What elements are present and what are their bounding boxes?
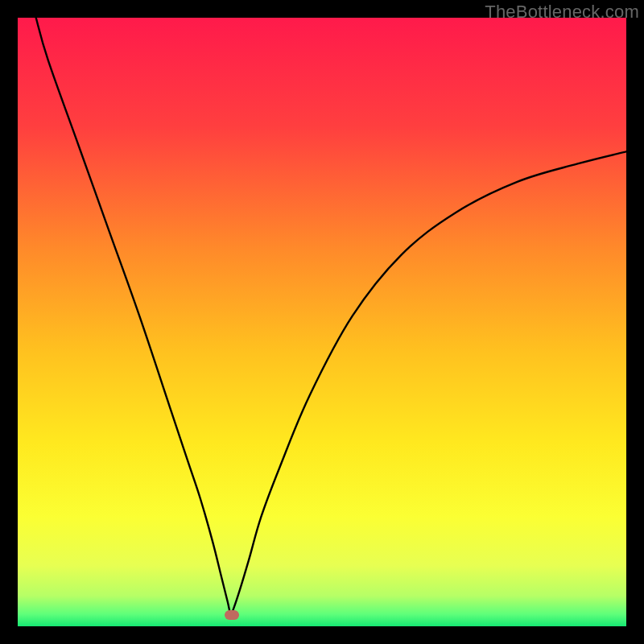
plot-area <box>18 18 626 626</box>
bottleneck-curve <box>18 18 626 626</box>
watermark-text: TheBottleneck.com <box>485 2 639 23</box>
optimal-point-marker <box>225 610 239 620</box>
chart-frame: TheBottleneck.com <box>0 0 644 644</box>
